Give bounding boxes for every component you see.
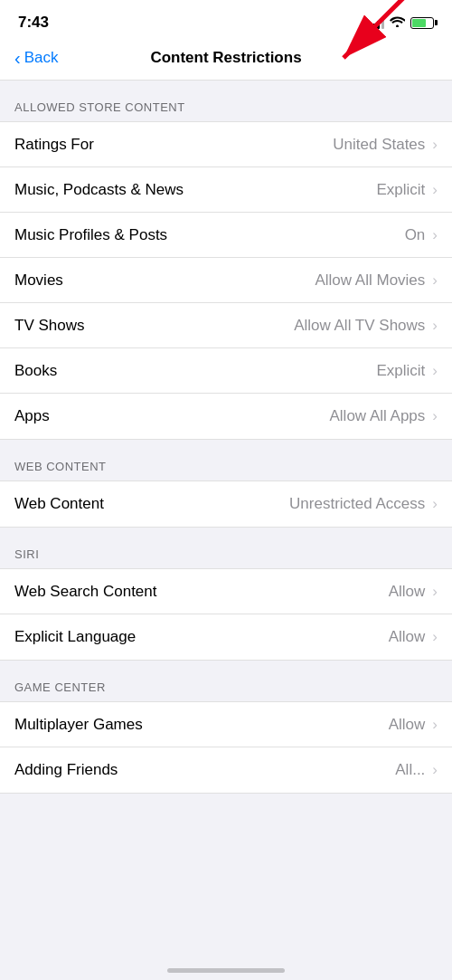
chevron-explicit-language: › [432, 628, 438, 646]
label-web-search-content: Web Search Content [14, 583, 157, 601]
value-multiplayer-games: Allow [389, 716, 426, 734]
chevron-movies: › [432, 271, 438, 290]
value-music-profiles: On [405, 226, 426, 244]
right-web-content: Unrestricted Access › [289, 495, 438, 513]
battery-icon [410, 17, 434, 29]
row-adding-friends[interactable]: Adding Friends All... › [0, 747, 452, 793]
value-explicit-language: Allow [389, 628, 426, 646]
label-music-profiles: Music Profiles & Posts [14, 226, 167, 244]
status-icons [368, 15, 434, 30]
status-bar: 7:43 [0, 0, 452, 40]
chevron-tv-shows: › [432, 317, 438, 335]
content-area: ALLOWED STORE CONTENT Ratings For United… [0, 81, 452, 801]
section-header-siri: SIRI [0, 528, 452, 568]
row-web-search-content[interactable]: Web Search Content Allow › [0, 569, 452, 614]
right-music-podcasts: Explicit › [376, 181, 438, 199]
value-ratings-for: United States [333, 136, 425, 154]
label-books: Books [14, 362, 57, 380]
page-title: Content Restrictions [150, 49, 301, 67]
home-indicator [167, 968, 285, 973]
value-apps: Allow All Apps [329, 407, 425, 425]
value-music-podcasts: Explicit [376, 181, 425, 199]
label-web-content: Web Content [14, 495, 104, 513]
row-music-podcasts[interactable]: Music, Podcasts & News Explicit › [0, 167, 452, 213]
chevron-web-content: › [432, 495, 438, 513]
label-ratings-for: Ratings For [14, 136, 94, 154]
right-apps: Allow All Apps › [329, 407, 438, 425]
row-movies[interactable]: Movies Allow All Movies › [0, 258, 452, 303]
row-tv-shows[interactable]: TV Shows Allow All TV Shows › [0, 303, 452, 348]
settings-group-siri: Web Search Content Allow › Explicit Lang… [0, 568, 452, 661]
label-multiplayer-games: Multiplayer Games [14, 716, 143, 734]
chevron-music-profiles: › [432, 226, 438, 244]
back-label: Back [24, 49, 59, 67]
chevron-adding-friends: › [432, 761, 438, 779]
nav-bar: ‹ Back Content Restrictions [0, 40, 452, 81]
right-books: Explicit › [376, 362, 438, 380]
label-adding-friends: Adding Friends [14, 761, 118, 779]
label-apps: Apps [14, 407, 50, 425]
wifi-icon [390, 15, 405, 30]
right-adding-friends: All... › [395, 761, 438, 779]
chevron-web-search-content: › [432, 583, 438, 601]
chevron-music-podcasts: › [432, 181, 438, 199]
status-time: 7:43 [18, 14, 49, 32]
value-adding-friends: All... [395, 761, 425, 779]
right-web-search-content: Allow › [389, 583, 438, 601]
value-tv-shows: Allow All TV Shows [294, 317, 425, 335]
value-books: Explicit [376, 362, 425, 380]
back-button[interactable]: ‹ Back [14, 49, 58, 67]
settings-group-allowed-store-content: Ratings For United States › Music, Podca… [0, 121, 452, 440]
chevron-multiplayer-games: › [432, 716, 438, 734]
row-apps[interactable]: Apps Allow All Apps › [0, 394, 452, 439]
row-ratings-for[interactable]: Ratings For United States › [0, 122, 452, 167]
settings-group-game-center: Multiplayer Games Allow › Adding Friends… [0, 701, 452, 794]
value-web-search-content: Allow [389, 583, 426, 601]
right-music-profiles: On › [405, 226, 438, 244]
section-header-web-content: WEB CONTENT [0, 440, 452, 480]
settings-group-web-content: Web Content Unrestricted Access › [0, 480, 452, 528]
section-header-allowed-store-content: ALLOWED STORE CONTENT [0, 81, 452, 121]
right-tv-shows: Allow All TV Shows › [294, 317, 438, 335]
row-music-profiles[interactable]: Music Profiles & Posts On › [0, 213, 452, 258]
chevron-ratings-for: › [432, 136, 438, 154]
signal-icon [368, 16, 384, 29]
chevron-apps: › [432, 407, 438, 425]
value-movies: Allow All Movies [315, 271, 425, 290]
label-tv-shows: TV Shows [14, 317, 84, 335]
row-explicit-language[interactable]: Explicit Language Allow › [0, 614, 452, 660]
row-web-content[interactable]: Web Content Unrestricted Access › [0, 481, 452, 527]
right-ratings-for: United States › [333, 136, 438, 154]
value-web-content: Unrestricted Access [289, 495, 425, 513]
row-multiplayer-games[interactable]: Multiplayer Games Allow › [0, 702, 452, 747]
section-header-game-center: GAME CENTER [0, 661, 452, 701]
right-explicit-language: Allow › [389, 628, 438, 646]
label-explicit-language: Explicit Language [14, 628, 136, 646]
label-movies: Movies [14, 271, 63, 290]
right-movies: Allow All Movies › [315, 271, 438, 290]
back-chevron-icon: ‹ [14, 49, 21, 67]
row-books[interactable]: Books Explicit › [0, 348, 452, 394]
label-music-podcasts: Music, Podcasts & News [14, 181, 184, 199]
right-multiplayer-games: Allow › [389, 716, 438, 734]
chevron-books: › [432, 362, 438, 380]
